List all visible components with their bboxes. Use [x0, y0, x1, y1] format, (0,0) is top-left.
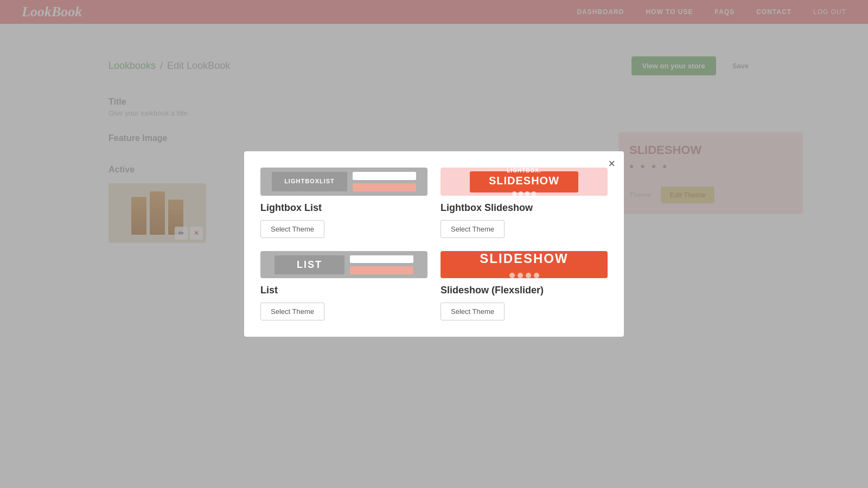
lightbox-list-left-block: LIGHTBOX LIST	[272, 172, 347, 191]
sf-dot-3	[526, 273, 531, 278]
list-right-block	[350, 255, 413, 274]
lightbox-list-right-bottom	[353, 183, 416, 191]
theme-name-slideshow-flex: Slideshow (Flexslider)	[441, 285, 608, 296]
sf-dot-4	[534, 273, 539, 278]
dot-4	[532, 191, 536, 196]
theme-name-list: List	[260, 285, 427, 296]
slideshow-inner-label-small: LIGHTBOX.	[507, 168, 541, 174]
theme-name-lightbox-slideshow: Lightbox Slideshow	[441, 202, 608, 214]
slideshow-dots	[512, 191, 536, 196]
list-right-top	[350, 255, 413, 264]
sf-dot-2	[518, 273, 523, 278]
select-theme-lightbox-slideshow[interactable]: Select Theme	[441, 220, 505, 238]
theme-card-list: LIST List Select Theme	[260, 251, 427, 320]
list-right-bottom	[350, 266, 413, 274]
theme-preview-slideshow-flex: SLIDESHOW	[441, 251, 608, 278]
theme-card-slideshow-flex: SLIDESHOW Slideshow (Flexslider) Select …	[441, 251, 608, 320]
select-theme-lightbox-list[interactable]: Select Theme	[260, 220, 324, 238]
dot-3	[525, 191, 529, 196]
theme-card-lightbox-list: LIGHTBOX LIST Lightbox List Select Theme	[260, 168, 427, 238]
sf-dots	[509, 273, 539, 278]
theme-grid: LIGHTBOX LIST Lightbox List Select Theme…	[260, 168, 608, 320]
sf-label: SLIDESHOW	[480, 251, 568, 266]
modal-overlay: × LIGHTBOX LIST Lightbox List Select The…	[0, 0, 868, 488]
list-left-block: LIST	[275, 255, 344, 274]
select-theme-slideshow-flex[interactable]: Select Theme	[441, 303, 505, 320]
sf-dot-1	[509, 273, 515, 278]
lightbox-list-right-top	[353, 172, 416, 180]
slideshow-inner: LIGHTBOX. SLIDESHOW	[470, 171, 578, 192]
select-theme-list[interactable]: Select Theme	[260, 303, 324, 320]
theme-preview-lightbox-list: LIGHTBOX LIST	[260, 168, 427, 196]
modal-close-button[interactable]: ×	[608, 158, 615, 170]
dot-2	[519, 191, 523, 196]
dot-1	[512, 191, 516, 196]
theme-selection-modal: × LIGHTBOX LIST Lightbox List Select The…	[244, 151, 624, 337]
theme-preview-lightbox-slideshow: LIGHTBOX. SLIDESHOW	[441, 168, 608, 196]
theme-card-lightbox-slideshow: LIGHTBOX. SLIDESHOW Lightbox Slideshow S…	[441, 168, 608, 238]
theme-name-lightbox-list: Lightbox List	[260, 202, 427, 214]
theme-preview-list: LIST	[260, 251, 427, 278]
lightbox-list-right-block	[353, 172, 416, 191]
slideshow-inner-label-big: SLIDESHOW	[489, 175, 559, 187]
